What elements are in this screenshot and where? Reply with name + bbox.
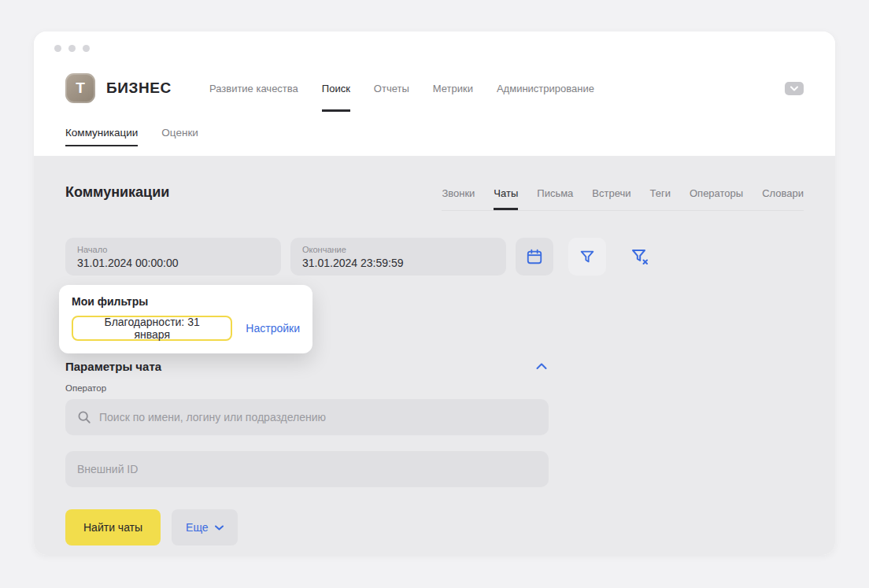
operator-label: Оператор xyxy=(65,383,549,393)
app-window: Т БИЗНЕС Развитие качества Поиск Отчеты … xyxy=(34,31,835,555)
my-filters-title: Мои фильтры xyxy=(72,295,300,308)
operator-search-field[interactable] xyxy=(65,399,549,435)
tab-tags[interactable]: Теги xyxy=(650,187,671,210)
calendar-button[interactable] xyxy=(516,238,553,276)
brand: Т БИЗНЕС xyxy=(65,65,172,112)
filter-button[interactable] xyxy=(568,238,606,276)
my-filters-popup: Мои фильтры Благодарности: 31 января Нас… xyxy=(59,285,312,353)
chat-params-section: Параметры чата Оператор xyxy=(65,360,549,545)
window-dot-icon xyxy=(54,45,61,52)
chat-params-title: Параметры чата xyxy=(65,360,161,373)
date-end-value: 31.01.2024 23:59:59 xyxy=(302,257,494,269)
tab-calls[interactable]: Звонки xyxy=(442,187,475,210)
find-chats-button[interactable]: Найти чаты xyxy=(65,509,161,545)
more-button-label: Еще xyxy=(186,521,209,534)
filter-settings-link[interactable]: Настройки xyxy=(246,322,300,335)
date-end-label: Окончание xyxy=(302,245,494,254)
date-end-field[interactable]: Окончание 31.01.2024 23:59:59 xyxy=(290,238,506,276)
saved-filter-chip[interactable]: Благодарности: 31 января xyxy=(72,316,232,341)
chevron-up-icon xyxy=(536,363,547,370)
nav-item-search[interactable]: Поиск xyxy=(322,65,350,112)
brand-name: БИЗНЕС xyxy=(106,80,172,97)
app-header: Т БИЗНЕС Развитие качества Поиск Отчеты … xyxy=(34,65,835,112)
external-id-field[interactable] xyxy=(65,451,549,487)
window-dot-icon xyxy=(68,45,76,52)
content-tabs: Звонки Чаты Письма Встречи Теги Оператор… xyxy=(442,187,804,211)
filter-clear-button[interactable] xyxy=(621,238,659,276)
more-button[interactable]: Еще xyxy=(172,509,238,545)
nav-item-quality[interactable]: Развитие качества xyxy=(209,65,298,112)
collapse-section-button[interactable] xyxy=(534,361,549,372)
my-filters-row: Благодарности: 31 января Настройки xyxy=(72,316,300,341)
t-logo-icon: Т xyxy=(65,73,95,103)
tab-chats[interactable]: Чаты xyxy=(494,187,518,210)
actions-row: Найти чаты Еще xyxy=(65,509,549,545)
main-nav: Развитие качества Поиск Отчеты Метрики А… xyxy=(209,65,594,112)
operator-search-input[interactable] xyxy=(99,411,537,423)
main-content: Коммуникации Звонки Чаты Письма Встречи … xyxy=(34,156,835,555)
filter-icon xyxy=(579,248,596,265)
tab-operators[interactable]: Операторы xyxy=(690,187,743,210)
date-filter-row: Начало 31.01.2024 00:00:00 Окончание 31.… xyxy=(65,238,804,276)
window-dot-icon xyxy=(83,45,90,52)
calendar-icon xyxy=(526,248,543,265)
subnav-item-communications[interactable]: Коммуникации xyxy=(65,122,138,146)
chat-params-header: Параметры чата xyxy=(65,360,549,373)
filter-clear-icon xyxy=(630,247,649,266)
date-start-field[interactable]: Начало 31.01.2024 00:00:00 xyxy=(65,238,281,276)
window-topbar xyxy=(34,31,835,65)
title-row: Коммуникации Звонки Чаты Письма Встречи … xyxy=(65,156,804,211)
search-icon xyxy=(77,410,91,424)
subnav-item-ratings[interactable]: Оценки xyxy=(161,122,198,146)
tab-dictionaries[interactable]: Словари xyxy=(762,187,804,210)
date-start-label: Начало xyxy=(77,245,269,254)
sub-nav: Коммуникации Оценки xyxy=(34,112,835,156)
nav-item-metrics[interactable]: Метрики xyxy=(433,65,473,112)
header-right xyxy=(785,65,804,112)
nav-item-administration[interactable]: Администрирование xyxy=(497,65,594,112)
chevron-down-icon[interactable] xyxy=(785,82,804,95)
tab-letters[interactable]: Письма xyxy=(537,187,573,210)
date-start-value: 31.01.2024 00:00:00 xyxy=(77,257,269,269)
tab-meetings[interactable]: Встречи xyxy=(592,187,630,210)
external-id-input[interactable] xyxy=(77,463,537,475)
nav-item-reports[interactable]: Отчеты xyxy=(374,65,409,112)
page-title: Коммуникации xyxy=(65,184,169,201)
chevron-down-icon xyxy=(215,525,224,531)
